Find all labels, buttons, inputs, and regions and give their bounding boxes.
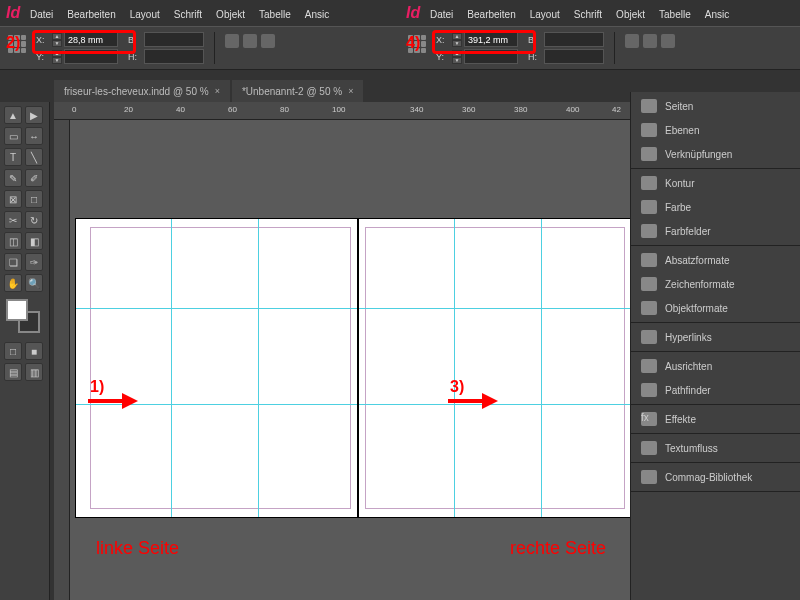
panel-textumfluss[interactable]: Textumfluss	[631, 436, 800, 460]
toolbar-icon[interactable]	[243, 34, 257, 48]
rect-tool-icon[interactable]: □	[25, 190, 43, 208]
textwrap-icon	[641, 441, 657, 455]
menu-item[interactable]: Schrift	[174, 9, 202, 20]
color-icon	[641, 200, 657, 214]
mode-icon[interactable]: ▥	[25, 363, 43, 381]
menu-item[interactable]: Layout	[530, 9, 560, 20]
document-canvas[interactable]	[70, 120, 630, 600]
vertical-ruler[interactable]	[54, 120, 70, 600]
menu-item[interactable]: Tabelle	[259, 9, 291, 20]
height-input[interactable]	[144, 49, 204, 64]
line-tool-icon[interactable]: ╲	[25, 148, 43, 166]
menu-bar: Datei Bearbeiten Layout Schrift Objekt T…	[430, 4, 729, 24]
close-icon[interactable]: ×	[215, 86, 220, 96]
menu-item[interactable]: Objekt	[216, 9, 245, 20]
toolbar-icon[interactable]	[225, 34, 239, 48]
page-caption: rechte Seite	[510, 538, 606, 568]
panel-seiten[interactable]: Seiten	[631, 94, 800, 118]
document-tab[interactable]: friseur-les-cheveux.indd @ 50 %×	[54, 80, 230, 102]
mode-icon[interactable]: ▤	[4, 363, 22, 381]
hand-tool-icon[interactable]: ✋	[4, 274, 22, 292]
column-guide[interactable]	[171, 219, 172, 517]
menu-item[interactable]: Layout	[130, 9, 160, 20]
width-input[interactable]	[544, 32, 604, 47]
width-input[interactable]	[144, 32, 204, 47]
toolbar-icon[interactable]	[625, 34, 639, 48]
column-guide[interactable]	[541, 219, 542, 517]
toolbar-icon[interactable]	[261, 34, 275, 48]
horizontal-ruler[interactable]: 020406080100	[54, 102, 400, 120]
stroke-icon	[641, 176, 657, 190]
panel-bibliothek[interactable]: Commag-Bibliothek	[631, 465, 800, 489]
document-tab[interactable]: *Unbenannt-2 @ 50 %×	[232, 80, 363, 102]
objstyles-icon	[641, 301, 657, 315]
zoom-tool-icon[interactable]: 🔍	[25, 274, 43, 292]
charstyles-icon	[641, 277, 657, 291]
fill-stroke-widget[interactable]	[6, 299, 42, 335]
mode-icon[interactable]: ■	[25, 342, 43, 360]
height-input[interactable]	[544, 49, 604, 64]
panel-farbe[interactable]: Farbe	[631, 195, 800, 219]
column-guide[interactable]	[454, 219, 455, 517]
panels-dock: SeitenEbenenVerknüpfungen KonturFarbeFar…	[630, 92, 800, 600]
panel-ebenen[interactable]: Ebenen	[631, 118, 800, 142]
document-tabs: friseur-les-cheveux.indd @ 50 %× *Unbena…	[54, 80, 363, 102]
column-guide[interactable]	[258, 219, 259, 517]
panel-hyperlinks[interactable]: Hyperlinks	[631, 325, 800, 349]
menu-item[interactable]: Objekt	[616, 9, 645, 20]
library-icon	[641, 470, 657, 484]
highlight-box	[432, 30, 536, 54]
swatch-tool-icon[interactable]: ◧	[25, 232, 43, 250]
panel-kontur[interactable]: Kontur	[631, 171, 800, 195]
layers-icon	[641, 123, 657, 137]
menu-item[interactable]: Ansic	[705, 9, 729, 20]
panel-farbfelder[interactable]: Farbfelder	[631, 219, 800, 243]
menu-item[interactable]: Datei	[430, 9, 453, 20]
menu-item[interactable]: Bearbeiten	[67, 9, 115, 20]
page-caption: linke Seite	[96, 538, 179, 568]
close-icon[interactable]: ×	[348, 86, 353, 96]
links-icon	[641, 147, 657, 161]
pen-tool-icon[interactable]: ✎	[4, 169, 22, 187]
note-tool-icon[interactable]: ❏	[4, 253, 22, 271]
left-page[interactable]	[75, 218, 358, 518]
panel-pathfinder[interactable]: Pathfinder	[631, 378, 800, 402]
panel-ausrichten[interactable]: Ausrichten	[631, 354, 800, 378]
margin-frame	[90, 227, 351, 509]
menu-item[interactable]: Bearbeiten	[467, 9, 515, 20]
annotation-label: 4)	[406, 34, 420, 52]
panel-objektformate[interactable]: Objektformate	[631, 296, 800, 320]
selection-tool-icon[interactable]: ▲	[4, 106, 22, 124]
highlight-box	[32, 30, 136, 54]
pencil-tool-icon[interactable]: ✐	[25, 169, 43, 187]
type-tool-icon[interactable]: T	[4, 148, 22, 166]
rect-frame-tool-icon[interactable]: ⊠	[4, 190, 22, 208]
toolbar-icon[interactable]	[643, 34, 657, 48]
ruler-guide[interactable]	[359, 404, 640, 405]
panel-zeichenformate[interactable]: Zeichenformate	[631, 272, 800, 296]
align-icon	[641, 359, 657, 373]
panel-absatzformate[interactable]: Absatzformate	[631, 248, 800, 272]
right-page[interactable]	[358, 218, 641, 518]
arrow-icon	[88, 394, 138, 408]
arrow-icon	[448, 394, 498, 408]
toolbar-icon[interactable]	[661, 34, 675, 48]
panel-effekte[interactable]: fxEffekte	[631, 407, 800, 431]
ruler-guide[interactable]	[359, 308, 640, 309]
transform-tool-icon[interactable]: ↻	[25, 211, 43, 229]
gradient-tool-icon[interactable]: ◫	[4, 232, 22, 250]
eyedropper-tool-icon[interactable]: ✑	[25, 253, 43, 271]
page-tool-icon[interactable]: ▭	[4, 127, 22, 145]
ruler-guide[interactable]	[76, 308, 357, 309]
mode-icon[interactable]: □	[4, 342, 22, 360]
margin-frame	[365, 227, 626, 509]
menu-item[interactable]: Tabelle	[659, 9, 691, 20]
direct-selection-tool-icon[interactable]: ▶	[25, 106, 43, 124]
menu-item[interactable]: Datei	[30, 9, 53, 20]
menu-item[interactable]: Ansic	[305, 9, 329, 20]
gap-tool-icon[interactable]: ↔	[25, 127, 43, 145]
annotation-label: 2)	[6, 34, 20, 52]
menu-item[interactable]: Schrift	[574, 9, 602, 20]
scissors-tool-icon[interactable]: ✂	[4, 211, 22, 229]
panel-verknuepfungen[interactable]: Verknüpfungen	[631, 142, 800, 166]
